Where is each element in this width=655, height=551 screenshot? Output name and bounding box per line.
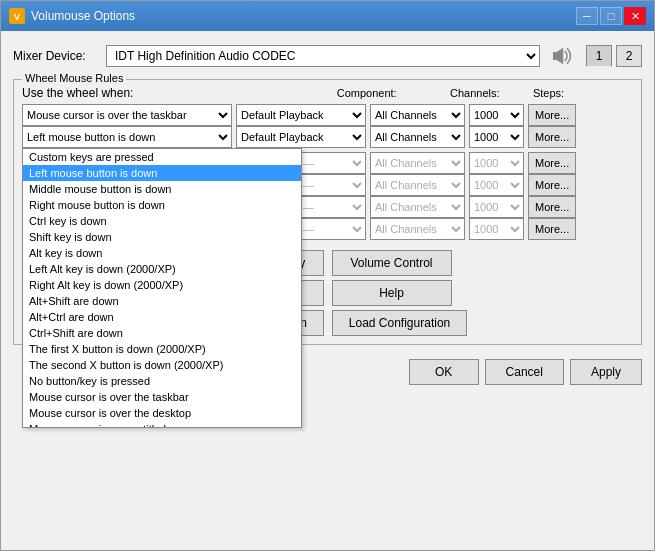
rule-1-steps-select[interactable]: 1000: [469, 104, 524, 126]
svg-rect-3: [553, 52, 557, 60]
dropdown-item-5[interactable]: Shift key is down: [23, 229, 301, 245]
tab-buttons: 1 2: [586, 45, 642, 67]
rule-3-more-button[interactable]: More...: [528, 152, 576, 174]
mixer-device-select[interactable]: IDT High Definition Audio CODEC: [106, 45, 540, 67]
dropdown-item-15[interactable]: Mouse cursor is over the taskbar: [23, 389, 301, 405]
dropdown-item-13[interactable]: The second X button is down (2000/XP): [23, 357, 301, 373]
close-button[interactable]: ✕: [624, 7, 646, 25]
title-bar: V Volumouse Options ─ □ ✕: [1, 1, 654, 31]
rule-4-channels-select[interactable]: All Channels: [370, 174, 465, 196]
apply-button[interactable]: Apply: [570, 359, 642, 385]
rule-2-steps-select[interactable]: 1000: [469, 126, 524, 148]
minimize-button[interactable]: ─: [576, 7, 598, 25]
rule-row-2: Left mouse button is down Custom keys ar…: [22, 126, 633, 148]
tab-1-button[interactable]: 1: [586, 45, 612, 67]
rule-6-more-button[interactable]: More...: [528, 218, 576, 240]
wheel-mouse-rules-group: Wheel Mouse Rules Use the wheel when: Co…: [13, 79, 642, 345]
rule-3-channels-select[interactable]: All Channels: [370, 152, 465, 174]
dropdown-item-8[interactable]: Right Alt key is down (2000/XP): [23, 277, 301, 293]
load-config-button[interactable]: Load Configuration: [332, 310, 467, 336]
rule-2-component-select[interactable]: Default Playback: [236, 126, 366, 148]
use-wheel-label: Use the wheel when: Component: Channels:…: [22, 86, 633, 100]
dropdown-item-1[interactable]: Left mouse button is down: [23, 165, 301, 181]
tab-2-button[interactable]: 2: [616, 45, 642, 67]
svg-marker-2: [557, 48, 563, 64]
mixer-device-row: Mixer Device: IDT High Definition Audio …: [13, 41, 642, 71]
dropdown-item-14[interactable]: No button/key is pressed: [23, 373, 301, 389]
rule-6-steps-select[interactable]: 1000: [469, 218, 524, 240]
dropdown-item-16[interactable]: Mouse cursor is over the desktop: [23, 405, 301, 421]
rule-5-channels-select[interactable]: All Channels: [370, 196, 465, 218]
component-col-header: Component:: [337, 87, 397, 99]
rule-2-more-button[interactable]: More...: [528, 126, 576, 148]
help-button[interactable]: Help: [332, 280, 452, 306]
rule-5-more-button[interactable]: More...: [528, 196, 576, 218]
rule-2-channels-select[interactable]: All Channels: [370, 126, 465, 148]
rule-3-steps-select[interactable]: 1000: [469, 152, 524, 174]
app-icon: V: [9, 8, 25, 24]
channels-col-header: Channels:: [450, 87, 500, 99]
dropdown-item-9[interactable]: Alt+Shift are down: [23, 293, 301, 309]
title-bar-left: V Volumouse Options: [9, 8, 135, 24]
window-title: Volumouse Options: [31, 9, 135, 23]
rule-1-more-button[interactable]: More...: [528, 104, 576, 126]
rule-1-component-select[interactable]: Default Playback: [236, 104, 366, 126]
ok-button[interactable]: OK: [409, 359, 479, 385]
speaker-icon: [548, 41, 578, 71]
rule-row-2-container: Left mouse button is down Custom keys ar…: [22, 126, 633, 148]
dropdown-item-12[interactable]: The first X button is down (2000/XP): [23, 341, 301, 357]
rule-5-steps-select[interactable]: 1000: [469, 196, 524, 218]
maximize-button[interactable]: □: [600, 7, 622, 25]
dropdown-item-0[interactable]: Custom keys are pressed: [23, 149, 301, 165]
rule-2-condition-select[interactable]: Left mouse button is down: [22, 126, 232, 148]
dropdown-item-10[interactable]: Alt+Ctrl are down: [23, 309, 301, 325]
volume-control-button[interactable]: Volume Control: [332, 250, 452, 276]
rule-4-steps-select[interactable]: 1000: [469, 174, 524, 196]
dropdown-item-11[interactable]: Ctrl+Shift are down: [23, 325, 301, 341]
content-area: Mixer Device: IDT High Definition Audio …: [1, 31, 654, 550]
steps-col-header: Steps:: [533, 87, 564, 99]
dropdown-item-7[interactable]: Left Alt key is down (2000/XP): [23, 261, 301, 277]
dropdown-item-4[interactable]: Ctrl key is down: [23, 213, 301, 229]
rule-row-1: Mouse cursor is over the taskbar Default…: [22, 104, 633, 126]
dropdown-item-6[interactable]: Alt key is down: [23, 245, 301, 261]
mixer-label: Mixer Device:: [13, 49, 98, 63]
condition-dropdown-list[interactable]: Custom keys are pressed Left mouse butto…: [22, 148, 302, 428]
rule-1-channels-select[interactable]: All Channels: [370, 104, 465, 126]
svg-text:V: V: [14, 12, 20, 22]
group-title: Wheel Mouse Rules: [22, 72, 126, 84]
dropdown-item-2[interactable]: Middle mouse button is down: [23, 181, 301, 197]
dropdown-item-17[interactable]: Mouse cursor is over a title bar: [23, 421, 301, 428]
dropdown-item-3[interactable]: Right mouse button is down: [23, 197, 301, 213]
title-bar-controls: ─ □ ✕: [576, 7, 646, 25]
rule-1-condition-select[interactable]: Mouse cursor is over the taskbar: [22, 104, 232, 126]
rule-4-more-button[interactable]: More...: [528, 174, 576, 196]
cancel-button[interactable]: Cancel: [485, 359, 564, 385]
main-window: V Volumouse Options ─ □ ✕ Mixer Device: …: [0, 0, 655, 551]
rule-2-dropdown-area: Left mouse button is down Custom keys ar…: [22, 126, 232, 148]
rule-6-channels-select[interactable]: All Channels: [370, 218, 465, 240]
